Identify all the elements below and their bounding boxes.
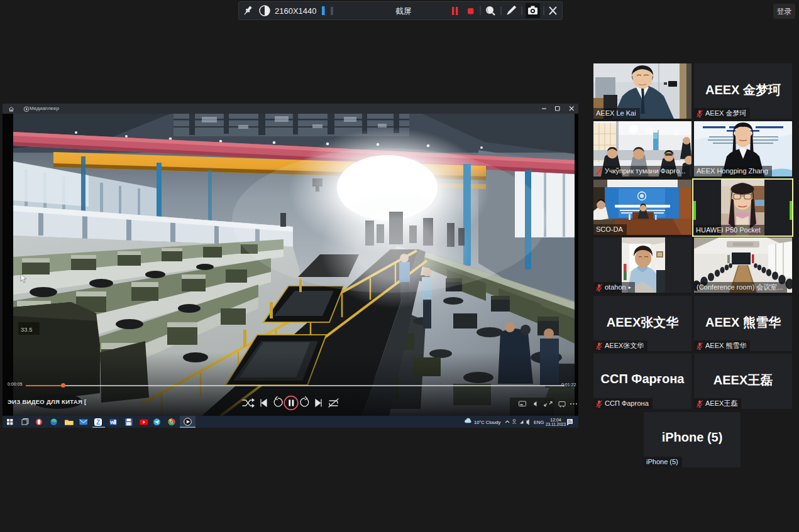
svg-text:33.5: 33.5 xyxy=(21,326,33,333)
svg-text:ENG: ENG xyxy=(534,420,544,425)
svg-text:10°C Cloudy: 10°C Cloudy xyxy=(474,420,500,425)
svg-text:截屏: 截屏 xyxy=(395,6,412,16)
svg-text:Z: Z xyxy=(96,419,100,426)
svg-text:23.11.2023: 23.11.2023 xyxy=(546,422,566,426)
svg-text:12:04: 12:04 xyxy=(550,418,561,422)
svg-text:2160X1440: 2160X1440 xyxy=(275,6,317,16)
